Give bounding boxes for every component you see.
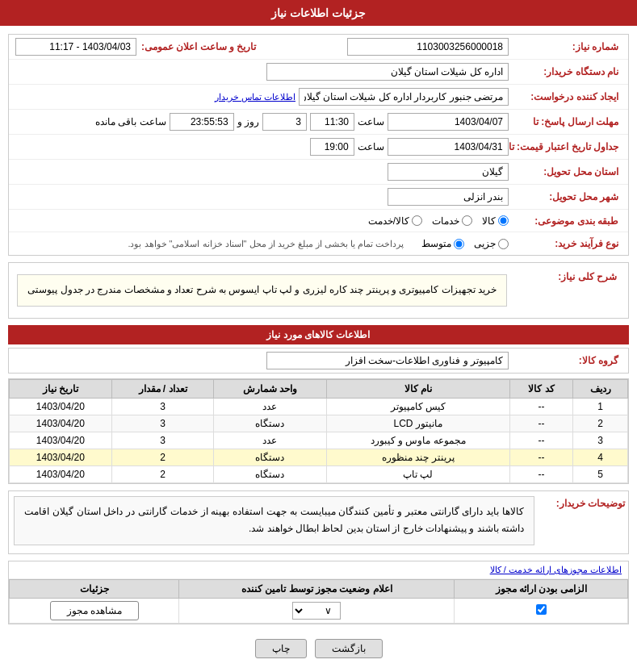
td-kod: -- (509, 449, 573, 465)
td-tarikh: 1403/04/20 (10, 432, 112, 449)
row-mohlat: مهلت ارسال پاسخ: تا ساعت روز و ساعت باقی… (9, 110, 628, 135)
row-shomare: شماره نیاز: تاریخ و ساعت اعلان عمومی: (9, 35, 628, 60)
td-tedad: 2 (111, 449, 214, 465)
label-shahr: شهر محل تحویل: (509, 191, 622, 202)
table-row: 4--پرینتر چند منظورهدستگاه21403/04/20 (10, 449, 628, 465)
td-name: مانیتور LCD (326, 415, 509, 432)
sharh-row: شرح کلی نیاز: خرید تجهیزات کامپیوتری و پ… (9, 263, 628, 318)
row-jadval: جداول تاریخ اعتبار قیمت: تا ساعت (9, 135, 628, 160)
td-tedad: 2 (111, 465, 214, 482)
ealam-cell: ∨ -- (179, 598, 455, 623)
products-tbody: 1--کیس کامپیوترعدد31403/04/202--مانیتور … (10, 398, 628, 482)
footer-buttons: بازگشت چاپ (8, 631, 629, 666)
label-tabaqe: طبقه بندی موضوعی: (509, 215, 622, 227)
mohlat-countdown-input[interactable] (170, 113, 234, 131)
jadval-date-input[interactable] (388, 138, 509, 156)
label-gorohe-kala: گروه کالا: (509, 355, 622, 366)
row-ostan: استان محل تحویل: (9, 160, 628, 185)
label-shomare: شماره نیاز: (509, 41, 622, 52)
page-title: جزئیات اطلاعات نیاز (271, 6, 366, 19)
radio-jozii-label[interactable]: جزیی (474, 238, 509, 249)
tarikh-aelaan-input[interactable] (15, 38, 136, 56)
row-nam-dastgah: نام دستگاه خریدار: (9, 60, 628, 85)
row-noe-farayand: نوع فرآیند خرید: جزیی متوسط پرداخت تمام … (9, 232, 628, 255)
service-table: الزامی بودن ارائه مجوز اعلام وضعیت مجوز … (9, 579, 628, 624)
service-section: اطلاعات مجوزهای ارائه خدمت / کالا الزامی… (8, 561, 629, 624)
mohlat-time-input[interactable] (310, 113, 354, 131)
label-jadval: جداول تاریخ اعتبار قیمت: تا (509, 141, 622, 152)
mohlat-roz-input[interactable] (262, 113, 307, 131)
label-sharh: شرح کلی نیاز: (507, 269, 620, 282)
table-row: 1--کیس کامپیوترعدد31403/04/20 (10, 398, 628, 415)
sharh-value: خرید تجهیزات کامپیوتری و پرینتر چند کاره… (17, 269, 507, 311)
baqi-mande-label: ساعت باقی مانده (95, 116, 166, 127)
products-table-wrapper: ردیف کد کالا نام کالا واحد شمارش تعداد /… (8, 378, 629, 484)
value-nam-dastgah (15, 63, 509, 81)
td-tarikh: 1403/04/20 (10, 449, 112, 465)
ijad-input[interactable] (299, 88, 509, 106)
label-tarikh: تاریخ و ساعت اعلان عمومی: (141, 41, 256, 52)
value-shahr (15, 188, 509, 206)
table-row: 3--مجموعه ماوس و کیبوردعدد31403/04/20 (10, 432, 628, 449)
th-name: نام کالا (326, 379, 509, 398)
td-vahed: دستگاه (214, 449, 326, 465)
view-mojoz-button[interactable]: مشاهده مجوز (50, 601, 139, 620)
main-content: شماره نیاز: تاریخ و ساعت اعلان عمومی: نا… (0, 26, 637, 672)
th-ealam: اعلام وضعیت مجوز توسط تامین کننده (179, 579, 455, 598)
mohlat-date-input[interactable] (388, 113, 509, 131)
jadval-saaat-label: ساعت (358, 141, 384, 152)
td-name: پرینتر چند منظوره (326, 449, 509, 465)
service-section-title[interactable]: اطلاعات مجوزهای ارائه خدمت / کالا (490, 565, 622, 574)
elzami-checkbox[interactable] (536, 604, 547, 615)
buyer-note-section: توضیحات خریدار: کالاها باید دارای گارانت… (8, 490, 629, 554)
td-tedad: 3 (111, 415, 214, 432)
radio-motavaset[interactable] (454, 239, 464, 249)
value-mohlat: ساعت روز و ساعت باقی مانده (15, 113, 509, 131)
td-vahed: دستگاه (214, 465, 326, 482)
td-tarikh: 1403/04/20 (10, 398, 112, 415)
radio-kala-label[interactable]: کالا (482, 215, 509, 227)
value-jadval: ساعت (15, 138, 509, 156)
radio-khadamat-label[interactable]: خدمات (432, 215, 472, 227)
roz-label: روز و (237, 116, 259, 127)
radio-kala[interactable] (498, 215, 509, 226)
value-ostan (15, 163, 509, 181)
label-noe-farayand: نوع فرآیند خرید: (509, 238, 622, 249)
td-tedad: 3 (111, 432, 214, 449)
radio-khadamat[interactable] (462, 215, 472, 226)
ettelaat-tamas-link[interactable]: اطلاعات تماس خریدار (215, 92, 295, 102)
kalaha-section-header: اطلاعات کالاهای مورد نیاز (8, 325, 629, 344)
radio-jozii[interactable] (498, 239, 509, 249)
label-buyer-note: توضیحات خریدار: (539, 491, 628, 553)
table-header-row: ردیف کد کالا نام کالا واحد شمارش تعداد /… (10, 379, 628, 398)
radio-kala-khadamat[interactable] (412, 215, 422, 226)
radio-motavaset-label[interactable]: متوسط (421, 238, 464, 249)
page-container: جزئیات اطلاعات نیاز شماره نیاز: تاریخ و … (0, 0, 637, 672)
th-vahed: واحد شمارش (214, 379, 326, 398)
td-tedad: 3 (111, 398, 214, 415)
td-radif: 3 (573, 432, 628, 449)
gorohe-kala-input[interactable] (266, 352, 509, 369)
th-radif: ردیف (573, 379, 628, 398)
elzami-cell (455, 598, 628, 623)
back-button[interactable]: بازگشت (315, 639, 383, 658)
td-tarikh: 1403/04/20 (10, 465, 112, 482)
td-name: کیس کامپیوتر (326, 398, 509, 415)
nam-dastgah-input[interactable] (266, 63, 509, 81)
table-row: 2--مانیتور LCDدستگاه31403/04/20 (10, 415, 628, 432)
td-kod: -- (509, 398, 573, 415)
radio-kala-khadamat-label[interactable]: کالا/خدمت (368, 215, 422, 227)
table-row: ∨ -- مشاهده مجوز (10, 598, 628, 623)
jadval-time-input[interactable] (310, 138, 354, 156)
print-button[interactable]: چاپ (255, 639, 307, 658)
page-header: جزئیات اطلاعات نیاز (0, 0, 637, 26)
td-vahed: عدد (214, 398, 326, 415)
ealam-select[interactable]: ∨ -- (292, 602, 341, 620)
shahr-input[interactable] (388, 188, 509, 206)
ostan-input[interactable] (388, 163, 509, 181)
buyer-note-value: کالاها باید دارای گارانتی معتبر و تأمین … (9, 491, 539, 553)
td-tarikh: 1403/04/20 (10, 415, 112, 432)
shomare-niaz-input[interactable] (347, 38, 509, 56)
products-table: ردیف کد کالا نام کالا واحد شمارش تعداد /… (9, 379, 628, 483)
joziat-cell: مشاهده مجوز (10, 598, 179, 623)
